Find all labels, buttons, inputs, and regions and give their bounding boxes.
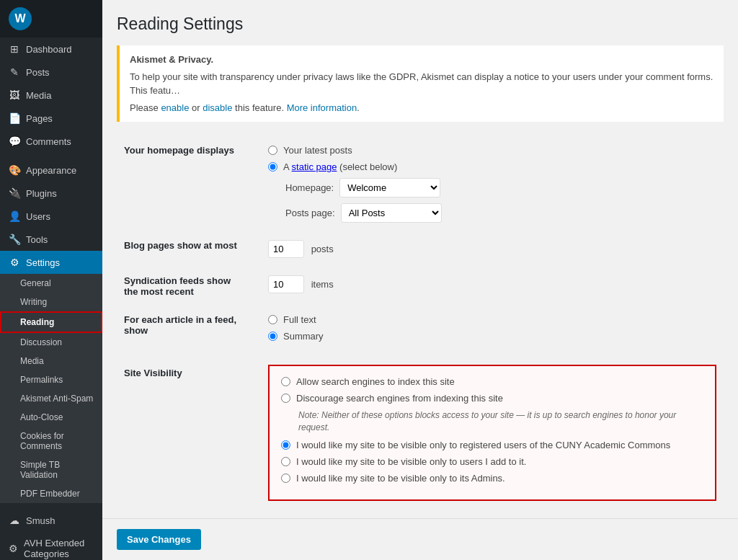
subnav-writing[interactable]: Writing [0,293,102,311]
sidebar-item-plugins[interactable]: 🔌 Plugins [0,182,102,205]
sidebar-item-pages[interactable]: 📄 Pages [0,107,102,130]
subnav-tb-validation[interactable]: Simple TB Validation [0,455,102,484]
settings-icon: ⚙ [9,257,20,268]
site-visibility-box: Allow search engines to index this site … [268,365,716,501]
sv-discourage-radio[interactable] [281,394,290,403]
blog-pages-input[interactable] [268,240,304,258]
homepage-row: Your homepage displays Your latest posts… [117,136,724,231]
subnav-cookies[interactable]: Cookies for Comments [0,427,102,455]
wp-logo-icon: W [9,7,32,30]
appearance-icon: 🎨 [9,164,20,176]
homepage-label: Your homepage displays [117,136,261,231]
avh-icon: ⚙ [9,543,18,554]
sv-discourage-label[interactable]: Discourage search engines from indexing … [281,393,703,404]
feed-summary-label[interactable]: Summary [268,331,716,342]
radio-static-text: A static page (select below) [283,161,397,172]
reading-settings-form: Your homepage displays Your latest posts… [117,136,724,510]
enable-link[interactable]: enable [161,102,189,113]
static-page-link[interactable]: static page [292,161,337,172]
sv-users-add-radio[interactable] [281,457,290,466]
radio-latest-text: Your latest posts [283,145,352,156]
media-icon: 🖼 [9,89,20,101]
sv-registered-radio[interactable] [281,440,290,450]
homepage-radio-group: Your latest posts A static page (select … [268,145,716,172]
more-info-link[interactable]: More information [287,102,357,113]
site-visibility-row: Site Visibility Allow search engines to … [117,356,724,510]
sidebar-label-posts: Posts [26,67,50,78]
sidebar-item-settings[interactable]: ⚙ Settings [0,251,102,274]
homepage-field-label: Homepage: [285,182,334,193]
sidebar-item-dashboard[interactable]: ⊞ Dashboard [0,37,102,61]
smush-icon: ☁ [9,515,20,526]
content-area: Reading Settings Akismet & Privacy. To h… [102,0,738,518]
plugins-icon: 🔌 [9,187,20,199]
posts-icon: ✎ [9,66,20,78]
homepage-select-row: Homepage: Welcome Home About [285,178,716,197]
notice-or: or [192,102,200,113]
posts-page-select[interactable]: All Posts Blog [341,203,442,223]
syndication-suffix: items [311,279,334,290]
sidebar-item-appearance[interactable]: 🎨 Appearance [0,159,102,182]
syndication-td: items [261,267,724,306]
feed-full-radio[interactable] [268,315,277,324]
sidebar-label-appearance: Appearance [26,165,76,176]
syndication-row: Syndication feeds show the most recent i… [117,267,724,306]
homepage-select[interactable]: Welcome Home About [339,178,440,197]
radio-static-page[interactable] [268,162,277,172]
feed-td: Full text Summary [261,306,724,356]
sv-registered-text: I would like my site to be visible only … [296,440,670,450]
sv-users-add-label[interactable]: I would like my site to be visible only … [281,456,703,467]
sv-registered-label[interactable]: I would like my site to be visible only … [281,440,703,450]
blog-pages-suffix: posts [311,244,334,254]
posts-page-select-row: Posts page: All Posts Blog [285,203,716,223]
notice-title: Akismet & Privacy. [130,54,213,65]
sv-allow-radio[interactable] [281,377,290,386]
sv-admins-radio[interactable] [281,474,290,483]
sidebar-label-avh: AVH Extended Categories [24,538,94,559]
disable-link[interactable]: disable [203,102,232,113]
main-area: Reading Settings Akismet & Privacy. To h… [102,0,738,560]
notice-suffix: this feature. [235,102,284,113]
sidebar-item-tools[interactable]: 🔧 Tools [0,228,102,251]
subnav-akismet[interactable]: Akismet Anti-Spam [0,389,102,408]
sv-allow-label[interactable]: Allow search engines to index this site [281,376,703,387]
radio-latest-posts[interactable] [268,146,277,155]
sidebar-item-media[interactable]: 🖼 Media [0,84,102,107]
syndication-input[interactable] [268,275,304,293]
sidebar-item-posts[interactable]: ✎ Posts [0,61,102,84]
subnav-autoclose[interactable]: Auto-Close [0,408,102,427]
feed-full-label[interactable]: Full text [268,314,716,325]
radio-label-latest[interactable]: Your latest posts [268,145,716,156]
users-icon: 👤 [9,210,20,222]
blog-pages-td: posts [261,231,724,267]
posts-page-label: Posts page: [285,208,335,218]
subnav-permalinks[interactable]: Permalinks [0,370,102,389]
save-changes-button[interactable]: Save Changes [117,529,201,550]
subnav-reading[interactable]: Reading [0,311,102,333]
tools-icon: 🔧 [9,234,20,245]
sidebar-label-plugins: Plugins [26,188,57,199]
feed-row: For each article in a feed, show Full te… [117,306,724,356]
radio-label-static[interactable]: A static page (select below) [268,161,716,172]
akismet-notice: Akismet & Privacy. To help your site wit… [117,45,724,122]
sv-admins-text: I would like my site to be visible only … [296,473,505,484]
subnav-discussion[interactable]: Discussion [0,333,102,352]
sidebar-label-settings: Settings [26,257,60,268]
subnav-pdf-embedder[interactable]: PDF Embedder [0,484,102,503]
sidebar-item-comments[interactable]: 💬 Comments [0,130,102,153]
subnav-general[interactable]: General [0,274,102,293]
sidebar-item-smush[interactable]: ☁ Smush [0,509,102,532]
comments-icon: 💬 [9,135,20,147]
sidebar-label-users: Users [26,211,50,222]
sidebar-item-users[interactable]: 👤 Users [0,205,102,228]
sv-admins-label[interactable]: I would like my site to be visible only … [281,473,703,484]
subnav-media[interactable]: Media [0,352,102,370]
feed-label: For each article in a feed, show [117,306,261,356]
sv-allow-text: Allow search engines to index this site [296,376,455,387]
notice-prefix: Please [130,102,159,113]
feed-summary-radio[interactable] [268,332,277,341]
wp-logo: W [0,0,102,37]
sv-note: Note: Neither of these options blocks ac… [298,409,703,434]
sidebar-item-avh[interactable]: ⚙ AVH Extended Categories [0,532,102,560]
site-visibility-label: Site Visibility [117,356,261,510]
